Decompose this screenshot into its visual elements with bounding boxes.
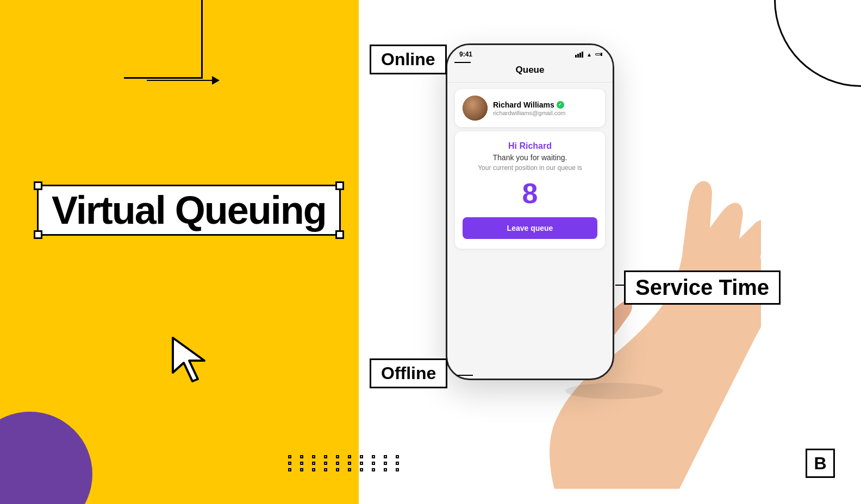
- queue-card: Hi Richard Thank you for waiting. Your c…: [455, 131, 605, 249]
- user-avatar: [463, 96, 488, 121]
- brand-logo: B: [806, 449, 835, 478]
- service-time-label: Service Time: [635, 275, 769, 299]
- status-icons: ▲: [575, 52, 601, 58]
- battery-icon: [595, 53, 601, 55]
- phone-mockup: 9:41 ▲ Queue: [446, 43, 614, 380]
- phone-status-bar: 9:41 ▲: [447, 45, 613, 60]
- queue-greeting: Hi Richard: [463, 141, 597, 151]
- avatar-face: [463, 96, 488, 121]
- phone-header-title: Queue: [516, 65, 545, 75]
- signal-bar-4: [582, 52, 583, 58]
- corner-tr: [335, 181, 344, 190]
- user-card: Richard Williams ✓ richardwilliams@gmail…: [455, 89, 605, 127]
- corner-tl: [34, 181, 42, 190]
- deco-square-top: [124, 0, 203, 79]
- phone-header: Queue: [447, 60, 613, 83]
- queue-position-text: Your current position in our queue is: [463, 164, 597, 172]
- user-name: Richard Williams ✓: [493, 100, 597, 109]
- deco-grid: [288, 455, 404, 471]
- user-info: Richard Williams ✓ richardwilliams@gmail…: [493, 100, 597, 116]
- wifi-icon: ▲: [587, 52, 592, 58]
- online-connector-line: [454, 62, 471, 63]
- title-box: Virtual Queuing: [37, 185, 341, 236]
- deco-arrow: [147, 76, 220, 85]
- offline-label: Offline: [381, 363, 436, 383]
- status-time: 9:41: [459, 51, 472, 58]
- offline-label-box: Offline: [370, 358, 447, 388]
- corner-br: [335, 230, 344, 239]
- verified-icon: ✓: [557, 101, 564, 109]
- online-label: Online: [381, 49, 435, 69]
- cursor-icon: [169, 333, 212, 390]
- queue-number: 8: [463, 179, 597, 207]
- signal-bar-3: [579, 53, 581, 58]
- signal-bars: [575, 52, 583, 58]
- corner-bl: [34, 230, 42, 239]
- service-time-label-box: Service Time: [624, 270, 781, 305]
- offline-connector-line: [457, 375, 473, 376]
- signal-bar-1: [575, 55, 577, 58]
- leave-queue-button[interactable]: Leave queue: [463, 217, 597, 239]
- brand-letter: B: [814, 453, 826, 474]
- signal-bar-2: [577, 54, 579, 58]
- online-label-box: Online: [370, 45, 447, 74]
- queue-thankyou: Thank you for waiting.: [463, 153, 597, 162]
- phone-frame: 9:41 ▲ Queue: [446, 43, 614, 380]
- user-email: richardwilliams@gmail.com: [493, 110, 597, 116]
- main-title: Virtual Queuing: [52, 188, 326, 232]
